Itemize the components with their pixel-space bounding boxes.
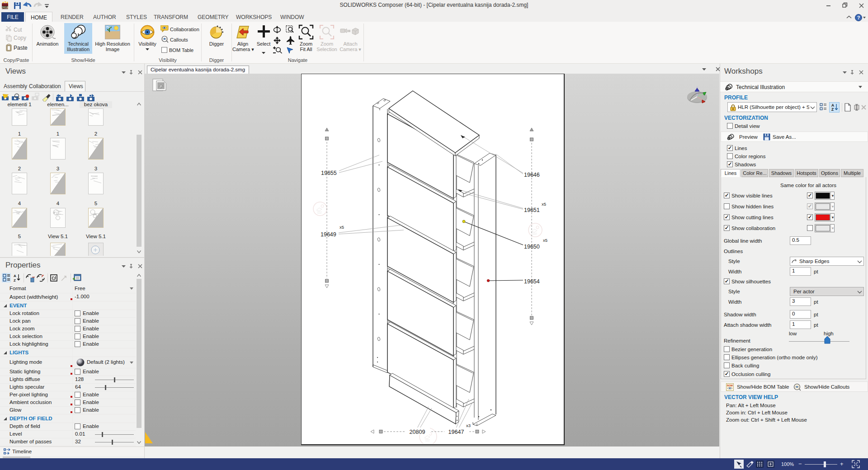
svg-text:19647: 19647 [448,429,464,435]
svg-text:Cut: Cut [14,27,22,33]
svg-text:?: ? [857,15,860,20]
svg-text:BOM: BOM [727,384,733,387]
svg-text:Paste: Paste [14,45,28,51]
svg-text:20809: 20809 [410,429,425,435]
svg-text:19650: 19650 [524,244,540,250]
svg-text:19654: 19654 [524,278,540,285]
svg-text:19646: 19646 [524,172,540,178]
svg-text:19649: 19649 [321,231,336,238]
svg-text:x5: x5 [542,202,546,207]
svg-text:Z: Z [14,278,16,282]
svg-text:19655: 19655 [321,170,337,176]
svg-text:A: A [14,274,16,278]
svg-text:Z: Z [831,107,834,112]
svg-text:x3: x3 [466,423,471,428]
svg-text:19651: 19651 [524,207,540,213]
svg-text:x5: x5 [543,238,547,243]
svg-text:x5: x5 [340,225,344,230]
svg-text:2018: 2018 [2,6,9,9]
svg-text:Copy: Copy [14,35,26,41]
